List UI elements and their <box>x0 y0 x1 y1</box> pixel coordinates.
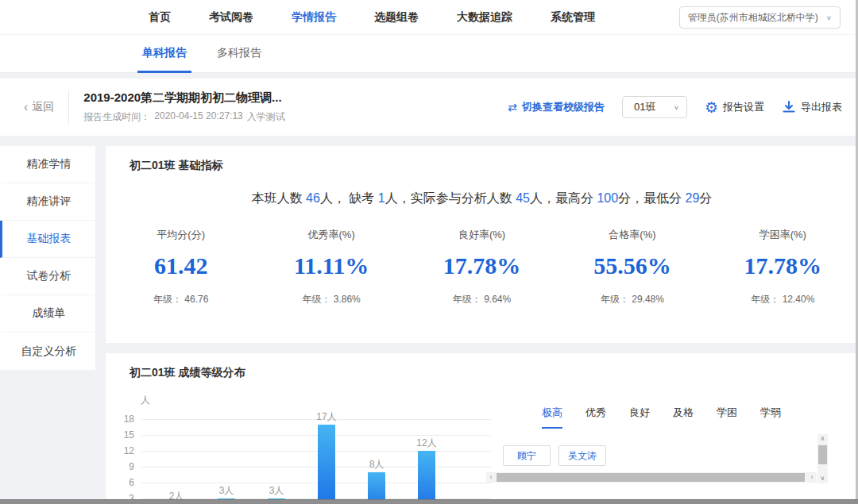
back-button[interactable]: ‹ 返回 <box>24 100 54 114</box>
sidebar-item-basic-report[interactable]: 基础报表 <box>0 221 95 258</box>
report-title-block: 2019-2020第二学期期初初二物理调... 报告生成时间： 2020-04-… <box>83 90 284 124</box>
switch-school-report-link[interactable]: ⇄ 切换查看校级报告 <box>508 100 605 114</box>
analyzed-count-value: 45 <box>516 191 530 205</box>
grade-tab-weak[interactable]: 学弱 <box>760 406 781 429</box>
bar-data-label: 3人 <box>259 484 294 498</box>
min-score-value: 29 <box>686 191 700 205</box>
class-size-value: 46 <box>306 191 320 205</box>
summary-text: 分，最低分 <box>618 191 685 205</box>
class-select[interactable]: 01班 ∨ <box>622 96 687 118</box>
user-account-label: 管理员(苏州市相城区北桥中学) <box>688 11 818 25</box>
basic-indicators-card: 初二01班 基础指标 本班人数 46人， 缺考 1人，实际参与分析人数 45人，… <box>106 146 858 343</box>
tab-label: 多科报告 <box>217 46 261 60</box>
chevron-down-icon: ∨ <box>826 14 832 21</box>
stat-value: 17.78% <box>407 252 557 279</box>
vertical-scrollbar-thumb[interactable] <box>818 445 827 464</box>
settings-label: 报告设置 <box>723 100 764 114</box>
report-generated-time: 2020-04-15 20:27:13 <box>154 110 242 124</box>
spacer <box>106 343 858 353</box>
scroll-left-arrow-icon[interactable]: ‹ <box>486 472 496 483</box>
tab-label: 单科报告 <box>142 46 187 60</box>
nav-item-big-data[interactable]: 大数据追踪 <box>457 10 512 25</box>
summary-text: 人，实际参与分析人数 <box>385 191 516 205</box>
grade-distribution-card: 初二01班 成绩等级分布 人 18 15 12 9 6 3 2人 3人 <box>106 353 858 504</box>
max-score-value: 100 <box>597 191 618 205</box>
stat-pass-rate: 合格率(%) 55.56% 年级： 29.48% <box>557 228 707 306</box>
stat-excellent-rate: 优秀率(%) 11.11% 年级： 3.86% <box>256 228 406 306</box>
horizontal-scrollbar[interactable]: ‹ › <box>486 472 817 483</box>
export-report-button[interactable]: 导出报表 <box>782 100 842 114</box>
report-header: ‹ 返回 2019-2020第二学期期初初二物理调... 报告生成时间： 202… <box>0 79 858 136</box>
content-area: 精准学情 精准讲评 基础报表 试卷分析 成绩单 自定义分析 初二01班 基础指标… <box>0 146 858 504</box>
nav-item-system[interactable]: 系统管理 <box>551 10 595 25</box>
window-bottom-edge <box>0 499 858 504</box>
scroll-down-arrow-icon[interactable]: ∨ <box>817 474 828 483</box>
student-button[interactable]: 顾宁 <box>503 445 551 466</box>
stat-value: 55.56% <box>557 252 707 279</box>
class-summary-line: 本班人数 46人， 缺考 1人，实际参与分析人数 45人，最高分 100分，最低… <box>106 190 858 207</box>
user-account-dropdown[interactable]: 管理员(苏州市相城区北桥中学) ∨ <box>679 6 841 29</box>
grade-tab-excellent[interactable]: 优秀 <box>586 406 606 429</box>
spacer <box>0 136 858 146</box>
scroll-up-arrow-icon[interactable]: ∧ <box>817 434 828 444</box>
sidebar-item-precise-review[interactable]: 精准讲评 <box>0 183 95 221</box>
summary-text: 人，最高分 <box>530 191 597 205</box>
stat-grade-line: 年级： 3.86% <box>256 293 406 306</box>
grade-tab-struggling[interactable]: 学困 <box>717 406 737 429</box>
nav-item-home[interactable]: 首页 <box>149 10 171 25</box>
student-button[interactable]: 吴文涛 <box>558 445 606 466</box>
nav-item-exam-marking[interactable]: 考试阅卷 <box>209 10 253 25</box>
tab-multi-subject-report[interactable]: 多科报告 <box>212 35 266 73</box>
sidebar-item-score-sheet[interactable]: 成绩单 <box>0 295 95 333</box>
sidebar-item-precise-learning[interactable]: 精准学情 <box>0 146 95 183</box>
spacer <box>0 73 858 79</box>
vertical-scrollbar[interactable]: ∧ ∨ <box>817 434 828 483</box>
divider <box>68 90 69 124</box>
stat-average-score: 平均分(分) 61.42 年级： 46.76 <box>106 228 256 306</box>
grade-level-tabs: 极高 优秀 良好 及格 学困 学弱 <box>542 406 781 429</box>
absent-count-value: 1 <box>378 191 385 205</box>
report-type-tabs: 单科报告 多科报告 <box>0 35 858 73</box>
chevron-down-icon: ∨ <box>674 104 679 111</box>
stat-grade-line: 年级： 12.40% <box>708 293 858 306</box>
report-settings-button[interactable]: ⚙ 报告设置 <box>705 100 764 115</box>
meta-label: 报告生成时间： <box>83 110 150 124</box>
stat-label: 合格率(%) <box>557 228 707 242</box>
summary-text: 本班人数 <box>252 191 306 205</box>
basic-indicators-heading: 初二01班 基础指标 <box>106 146 858 173</box>
sidebar-item-paper-analysis[interactable]: 试卷分析 <box>0 258 95 295</box>
top-nav: 首页 考试阅卷 学情报告 选题组卷 大数据追踪 系统管理 管理员(苏州市相城区北… <box>0 0 858 35</box>
nav-item-question-bank[interactable]: 选题组卷 <box>374 10 419 25</box>
stat-value: 11.11% <box>256 252 406 279</box>
sidebar: 精准学情 精准讲评 基础报表 试卷分析 成绩单 自定义分析 <box>0 146 95 370</box>
class-select-value: 01班 <box>634 100 655 114</box>
swap-arrows-icon: ⇄ <box>508 101 517 113</box>
bar-data-label: 12人 <box>409 437 444 450</box>
stat-label: 良好率(%) <box>407 228 557 242</box>
grade-tab-good[interactable]: 良好 <box>629 406 650 429</box>
sidebar-item-custom-analysis[interactable]: 自定义分析 <box>0 333 95 370</box>
stat-grade-line: 年级： 29.48% <box>557 293 707 306</box>
nav-item-learning-report[interactable]: 学情报告 <box>292 10 336 25</box>
gear-icon: ⚙ <box>705 100 718 115</box>
grade-tab-pass[interactable]: 及格 <box>673 406 694 429</box>
stat-label: 平均分(分) <box>106 228 256 242</box>
bar-data-label: 3人 <box>209 484 244 498</box>
scroll-right-arrow-icon[interactable]: › <box>807 472 817 483</box>
exam-type-tag: 入学测试 <box>247 110 285 124</box>
stat-label: 学困率(%) <box>708 228 858 242</box>
header-actions: ⇄ 切换查看校级报告 01班 ∨ ⚙ 报告设置 导出报表 <box>508 96 842 118</box>
summary-text: 分 <box>699 191 712 205</box>
tab-single-subject-report[interactable]: 单科报告 <box>137 35 191 73</box>
stat-grade-line: 年级： 9.64% <box>407 293 557 306</box>
switch-link-label: 切换查看校级报告 <box>522 100 605 114</box>
export-label: 导出报表 <box>801 100 842 114</box>
stat-value: 17.78% <box>708 252 858 279</box>
grade-tab-very-high[interactable]: 极高 <box>542 406 562 429</box>
report-title: 2019-2020第二学期期初初二物理调... <box>83 90 284 106</box>
horizontal-scrollbar-thumb[interactable] <box>497 473 805 482</box>
stat-label: 优秀率(%) <box>256 228 406 242</box>
student-name-list: 顾宁 吴文涛 <box>503 445 606 466</box>
stat-struggling-rate: 学困率(%) 17.78% 年级： 12.40% <box>708 228 858 306</box>
bar-chart: 2人 3人 3人 17人 8人 <box>106 353 503 504</box>
